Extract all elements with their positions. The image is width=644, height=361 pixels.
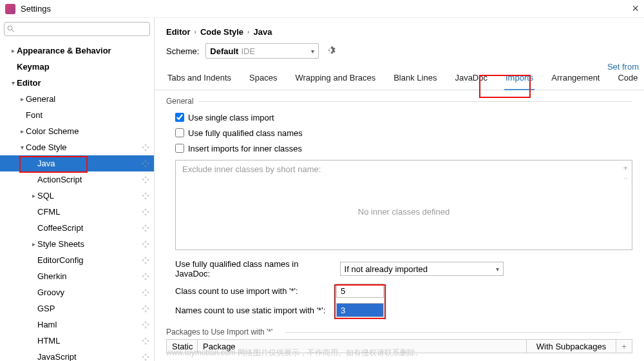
tree-item-haml[interactable]: Haml — [0, 317, 154, 333]
packages-title: Packages to Use Import with '*' — [166, 327, 632, 337]
svg-rect-29 — [145, 246, 147, 248]
javadoc-fq-label: Use fully qualified class names in JavaD… — [175, 259, 334, 278]
tree-item-editorconfig[interactable]: EditorConfig — [0, 252, 154, 268]
exclude-empty: No inner classes defined — [176, 207, 632, 217]
svg-rect-12 — [145, 176, 147, 178]
tree-item-color-scheme[interactable]: ▸Color Scheme — [0, 123, 154, 139]
tree-item-general[interactable]: ▸General — [0, 91, 154, 107]
svg-line-1 — [12, 30, 14, 32]
exclude-list[interactable]: Exclude inner classes by short name: No … — [175, 160, 632, 250]
tree-item-label: Editor — [17, 78, 150, 88]
tree-item-label: Font — [26, 110, 150, 120]
add-package-icon[interactable]: + — [616, 342, 632, 351]
svg-rect-25 — [145, 229, 147, 231]
close-icon[interactable]: × — [632, 2, 639, 15]
tab-blank-lines[interactable]: Blank Lines — [392, 68, 438, 90]
class-count-input[interactable]: 5 — [336, 284, 384, 298]
tree-item-sql[interactable]: ▸SQL — [0, 188, 154, 204]
scheme-name: Default — [210, 46, 238, 56]
svg-rect-11 — [147, 179, 149, 180]
svg-rect-2 — [142, 146, 144, 148]
svg-rect-21 — [145, 213, 147, 215]
tab-tabs-and-indents[interactable]: Tabs and Indents — [166, 68, 232, 90]
checkbox-label: Use single class import — [188, 113, 274, 122]
svg-rect-54 — [142, 356, 144, 358]
svg-rect-40 — [145, 289, 147, 291]
checkbox-insert-imports-for-inner-classes[interactable]: Insert imports for inner classes — [175, 141, 632, 156]
svg-rect-37 — [145, 278, 147, 280]
svg-rect-49 — [145, 326, 147, 328]
tab-imports[interactable]: Imports — [504, 68, 535, 90]
tree-item-label: Keymap — [17, 62, 150, 72]
svg-point-0 — [8, 26, 12, 30]
tree-item-label: CoffeeScript — [37, 223, 141, 233]
tabs: Tabs and IndentsSpacesWrapping and Brace… — [155, 68, 644, 90]
checkbox-input[interactable] — [175, 144, 184, 153]
tree-item-editor[interactable]: ▾Editor — [0, 75, 154, 91]
checkbox-use-fully-qualified-class-names[interactable]: Use fully qualified class names — [175, 125, 632, 141]
breadcrumb-item[interactable]: Code Style — [200, 27, 243, 37]
svg-rect-36 — [145, 273, 147, 275]
tab-javadoc[interactable]: JavaDoc — [453, 68, 489, 90]
checkbox-use-single-class-import[interactable]: Use single class import — [175, 110, 632, 125]
tree-item-appearance-&-behavior[interactable]: ▸Appearance & Behavior — [0, 43, 154, 59]
tree-item-java[interactable]: Java — [0, 155, 154, 171]
svg-rect-26 — [142, 243, 144, 245]
svg-rect-31 — [147, 259, 149, 261]
search-field[interactable] — [15, 24, 147, 34]
svg-rect-48 — [145, 321, 147, 323]
tree-item-coffeescript[interactable]: CoffeeScript — [0, 220, 154, 236]
tab-wrapping-and-braces[interactable]: Wrapping and Braces — [294, 68, 377, 90]
tree-item-javascript[interactable]: JavaScript — [0, 349, 154, 361]
names-count-input[interactable]: 3 — [336, 303, 384, 317]
svg-rect-27 — [147, 243, 149, 245]
tree-item-keymap[interactable]: Keymap — [0, 59, 154, 75]
remove-icon[interactable]: − — [623, 173, 628, 184]
tab-spaces[interactable]: Spaces — [248, 68, 278, 90]
javadoc-fq-select[interactable]: If not already imported ▾ — [340, 262, 504, 276]
chevron-right-icon: ▸ — [18, 95, 26, 102]
svg-rect-42 — [142, 307, 144, 309]
chevron-down-icon: ▾ — [496, 266, 499, 273]
tree-item-label: General — [26, 94, 150, 104]
tree-item-code-style[interactable]: ▾Code Style — [0, 139, 154, 155]
tab-code[interactable]: Code — [616, 68, 639, 90]
chevron-right-icon: › — [247, 28, 249, 35]
add-icon[interactable]: + — [623, 163, 628, 173]
gear-icon[interactable] — [325, 45, 336, 57]
svg-rect-50 — [142, 340, 144, 342]
svg-rect-52 — [145, 337, 147, 339]
tree-item-font[interactable]: Font — [0, 107, 154, 123]
tab-arrangement[interactable]: Arrangement — [550, 68, 601, 90]
tree-item-groovy[interactable]: Groovy — [0, 284, 154, 300]
search-icon — [7, 25, 15, 33]
tree-item-style-sheets[interactable]: ▸Style Sheets — [0, 236, 154, 252]
exclude-header: Exclude inner classes by short name: — [176, 161, 632, 178]
scheme-select[interactable]: Default IDE ▾ — [205, 43, 319, 59]
svg-rect-6 — [142, 162, 144, 164]
tree-item-gsp[interactable]: GSP — [0, 300, 154, 317]
sidebar: ▸Appearance & BehaviorKeymap▾Editor▸Gene… — [0, 18, 155, 361]
tree-item-gherkin[interactable]: Gherkin — [0, 268, 154, 284]
checkbox-input[interactable] — [175, 113, 184, 122]
javadoc-fq-value: If not already imported — [345, 264, 428, 274]
svg-rect-17 — [145, 197, 147, 199]
tree-item-html[interactable]: HTML — [0, 333, 154, 349]
checkbox-input[interactable] — [175, 128, 184, 137]
tree-item-actionscript[interactable]: ActionScript — [0, 171, 154, 188]
breadcrumb: Editor › Code Style › Java — [155, 18, 644, 43]
svg-rect-15 — [147, 195, 149, 197]
col-subpackages[interactable]: With Subpackages — [526, 340, 616, 353]
search-input[interactable] — [4, 22, 150, 36]
svg-rect-33 — [145, 262, 147, 264]
svg-rect-39 — [147, 291, 149, 293]
svg-rect-46 — [142, 324, 144, 326]
chevron-right-icon: ▸ — [30, 192, 37, 199]
breadcrumb-item[interactable]: Editor — [166, 27, 191, 37]
svg-rect-5 — [145, 149, 147, 151]
chevron-right-icon: ▸ — [30, 240, 37, 248]
svg-rect-55 — [147, 356, 149, 358]
svg-rect-10 — [142, 179, 144, 180]
tree-item-cfml[interactable]: CFML — [0, 204, 154, 220]
svg-rect-51 — [147, 340, 149, 342]
